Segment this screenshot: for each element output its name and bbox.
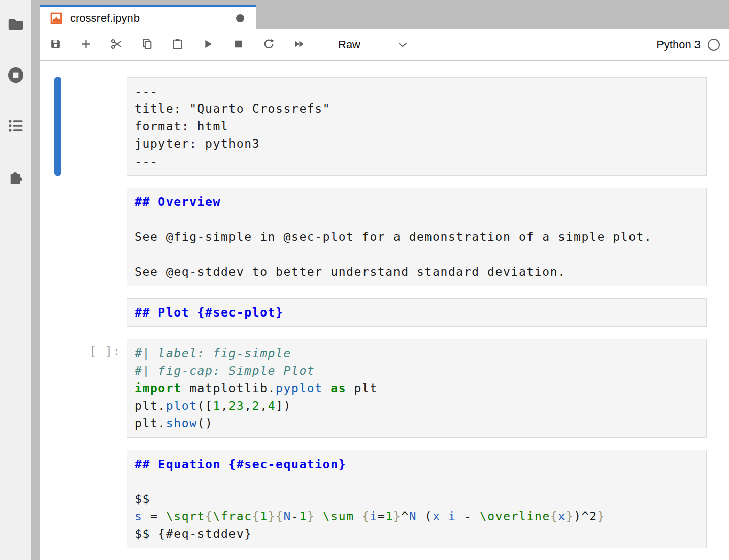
cell-editor-raw[interactable]: ---title: "Quarto Crossrefs"format: html… (127, 77, 707, 176)
code-line (135, 211, 699, 228)
restart-icon (262, 38, 275, 52)
notebook-content: ---title: "Quarto Crossrefs"format: html… (40, 61, 729, 560)
code-line: ## Equation {#sec-equation} (135, 456, 699, 473)
notebook-cell-raw: ---title: "Quarto Crossrefs"format: html… (40, 77, 729, 176)
code-line: plt.plot([1,23,2,4]) (135, 397, 699, 414)
kernel-name[interactable]: Python 3 (656, 38, 701, 51)
code-line: See @eq-stddev to better understand stan… (135, 263, 699, 281)
extension-manager-button[interactable] (6, 167, 26, 188)
active-cell-indicator[interactable] (54, 77, 61, 176)
code-line: ## Plot {#sec-plot} (135, 304, 699, 321)
insert-cell-button[interactable] (79, 38, 92, 51)
copy-icon (141, 38, 153, 52)
code-line: ## Overview (135, 193, 699, 211)
code-line: import matplotlib.pyplot as plt (135, 379, 699, 397)
plus-icon (80, 38, 92, 52)
code-line (135, 473, 699, 490)
interrupt-kernel-button[interactable] (231, 38, 245, 51)
code-line: title: "Quarto Crossrefs" (135, 100, 699, 117)
code-line: --- (135, 83, 699, 100)
play-icon (202, 38, 214, 52)
save-icon (49, 38, 62, 52)
notebook-cell-markdown: ## Overview See @fig-simple in @sec-plot… (40, 188, 729, 286)
cell-editor-markdown[interactable]: ## Plot {#sec-plot} (127, 298, 707, 327)
cell-type-selector[interactable]: Raw (338, 38, 408, 51)
cell-editor-markdown[interactable]: ## Equation {#sec-equation} $$s = \sqrt{… (127, 450, 707, 548)
code-line: --- (135, 153, 699, 170)
code-line: format: html (135, 118, 699, 135)
chevron-down-icon (397, 39, 408, 50)
list-icon (7, 117, 25, 137)
cell-margin (40, 450, 127, 548)
copy-cells-button[interactable] (140, 38, 153, 51)
execution-count: [ ]: (89, 344, 121, 358)
code-line: plt.show() (135, 414, 699, 432)
notebook-cells: ---title: "Quarto Crossrefs"format: html… (40, 77, 729, 548)
code-line: $$ {#eq-stddev} (135, 525, 699, 542)
scissors-icon (110, 38, 123, 52)
cell-margin (40, 298, 127, 327)
restart-run-all-button[interactable] (292, 38, 306, 51)
tab-title: crossref.ipynb (70, 12, 236, 25)
tab-crossref-ipynb[interactable]: crossref.ipynb (40, 5, 256, 29)
code-line: s = \sqrt{\frac{1}{N-1} \sum_{i=1}^N (x_… (135, 508, 699, 525)
code-line: See @fig-simple in @sec-plot for a demon… (135, 228, 699, 246)
stop-circle-icon (6, 65, 25, 87)
stop-icon (232, 38, 245, 52)
file-browser-button[interactable] (6, 15, 26, 36)
save-button[interactable] (49, 38, 62, 51)
cell-type-value: Raw (338, 38, 360, 51)
cell-margin (40, 77, 127, 176)
paste-icon (171, 38, 184, 52)
fast-forward-icon (293, 38, 306, 52)
main-panel: crossref.ipynb (40, 0, 729, 560)
table-of-contents-button[interactable] (6, 117, 26, 137)
puzzle-icon (6, 167, 25, 188)
cell-margin: [ ]: (40, 339, 127, 437)
restart-kernel-button[interactable] (262, 38, 275, 51)
tab-bar: crossref.ipynb (40, 0, 729, 29)
cell-editor-code[interactable]: #| label: fig-simple#| fig-cap: Simple P… (127, 339, 707, 437)
notebook-cell-markdown: ## Plot {#sec-plot} (40, 298, 729, 327)
cell-editor-markdown[interactable]: ## Overview See @fig-simple in @sec-plot… (127, 188, 707, 286)
notebook-cell-markdown: ## Equation {#sec-equation} $$s = \sqrt{… (40, 450, 729, 548)
paste-cells-button[interactable] (171, 38, 184, 51)
cut-cells-button[interactable] (110, 38, 123, 51)
code-line: $$ (135, 490, 699, 507)
run-cell-button[interactable] (201, 38, 214, 51)
sidebar-divider[interactable] (31, 0, 40, 560)
kernel-status-indicator[interactable] (708, 39, 720, 51)
code-line: jupyter: python3 (135, 135, 699, 152)
notebook-cell-code: [ ]:#| label: fig-simple#| fig-cap: Simp… (40, 339, 729, 437)
code-line: #| label: fig-simple (135, 344, 699, 362)
running-kernels-button[interactable] (6, 66, 26, 86)
folder-icon (6, 15, 25, 36)
left-sidebar (0, 0, 31, 560)
cell-margin (40, 188, 127, 286)
code-line: #| fig-cap: Simple Plot (135, 362, 699, 379)
notebook-toolbar: Raw Python 3 (40, 29, 729, 61)
unsaved-changes-indicator[interactable] (236, 14, 244, 22)
code-line (135, 246, 699, 263)
notebook-icon (50, 12, 63, 25)
